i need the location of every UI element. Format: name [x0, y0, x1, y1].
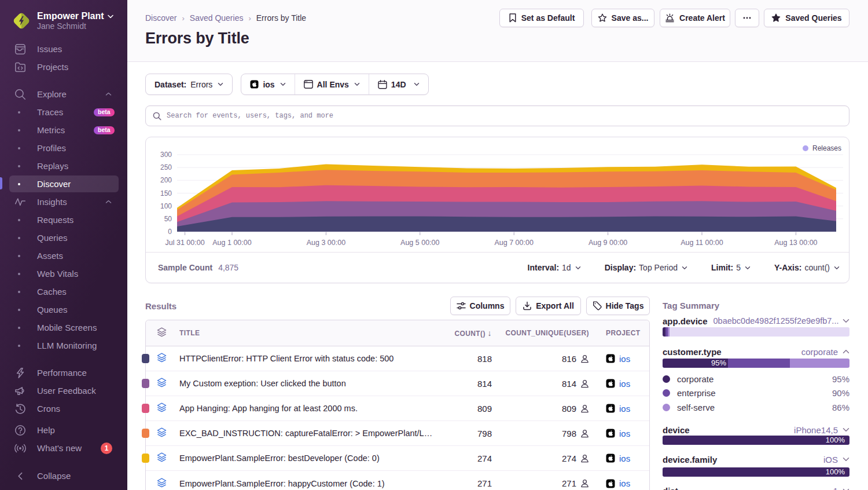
svg-text:Jul 31 00:00: Jul 31 00:00 [165, 239, 205, 247]
svg-text:Aug 1 00:00: Aug 1 00:00 [212, 239, 251, 247]
svg-text:0: 0 [168, 228, 172, 236]
svg-text:Aug 13 00:00: Aug 13 00:00 [774, 239, 817, 247]
svg-text:50: 50 [164, 215, 172, 223]
svg-text:150: 150 [160, 189, 172, 198]
svg-text:Aug 7 00:00: Aug 7 00:00 [494, 239, 533, 247]
svg-text:Aug 9 00:00: Aug 9 00:00 [589, 239, 627, 247]
svg-text:200: 200 [160, 176, 172, 184]
svg-text:Aug 3 00:00: Aug 3 00:00 [307, 239, 345, 247]
svg-text:100: 100 [160, 202, 172, 210]
svg-text:Aug 11 00:00: Aug 11 00:00 [681, 239, 723, 247]
svg-text:300: 300 [160, 151, 172, 159]
svg-text:Aug 5 00:00: Aug 5 00:00 [400, 239, 439, 247]
svg-text:250: 250 [160, 163, 172, 171]
